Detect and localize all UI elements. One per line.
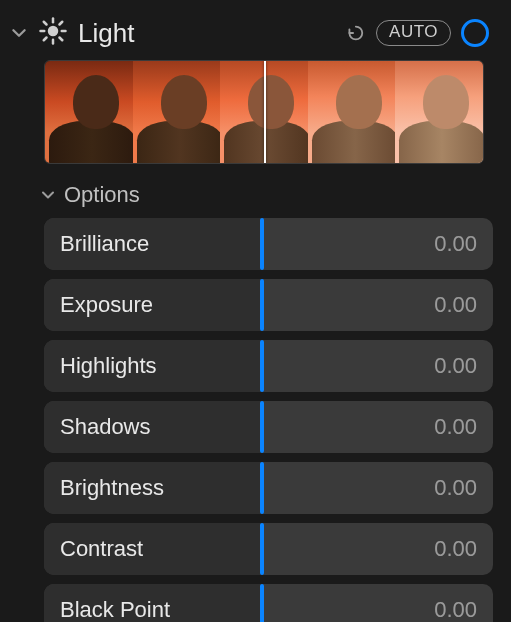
slider-handle[interactable]: [260, 462, 264, 514]
chevron-down-icon: [10, 24, 28, 42]
preview-thumb: [395, 61, 483, 163]
preview-thumb: [220, 61, 308, 163]
chevron-down-icon: [40, 187, 56, 203]
undo-arrow-icon: [342, 22, 366, 44]
slider-list: Brilliance0.00Exposure0.00Highlights0.00…: [10, 218, 493, 622]
svg-point-0: [48, 26, 59, 37]
slider-handle[interactable]: [260, 401, 264, 453]
slider-value: 0.00: [434, 231, 477, 257]
slider-track-fill: [44, 462, 262, 514]
svg-line-5: [44, 22, 47, 25]
slider-track-fill: [44, 401, 262, 453]
light-collapse-toggle[interactable]: [10, 24, 28, 42]
svg-line-8: [60, 22, 63, 25]
slider-track-fill: [44, 340, 262, 392]
slider-highlights[interactable]: Highlights0.00: [44, 340, 493, 392]
slider-brightness[interactable]: Brightness0.00: [44, 462, 493, 514]
slider-value: 0.00: [434, 597, 477, 622]
slider-value: 0.00: [434, 353, 477, 379]
slider-handle[interactable]: [260, 218, 264, 270]
light-icon: [38, 16, 68, 50]
preview-thumb: [45, 61, 133, 163]
slider-handle[interactable]: [260, 279, 264, 331]
slider-handle[interactable]: [260, 523, 264, 575]
slider-track-fill: [44, 523, 262, 575]
slider-value: 0.00: [434, 475, 477, 501]
panel-title: Light: [78, 18, 134, 49]
slider-brilliance[interactable]: Brilliance0.00: [44, 218, 493, 270]
slider-value: 0.00: [434, 536, 477, 562]
reset-button[interactable]: [342, 22, 366, 44]
enable-toggle[interactable]: [461, 19, 489, 47]
slider-value: 0.00: [434, 414, 477, 440]
slider-track-fill: [44, 279, 262, 331]
slider-contrast[interactable]: Contrast0.00: [44, 523, 493, 575]
slider-value: 0.00: [434, 292, 477, 318]
auto-button[interactable]: AUTO: [376, 20, 451, 46]
slider-shadows[interactable]: Shadows0.00: [44, 401, 493, 453]
light-preview-strip[interactable]: [44, 60, 484, 164]
options-collapse-toggle[interactable]: [40, 187, 56, 203]
slider-handle[interactable]: [260, 584, 264, 622]
slider-track-fill: [44, 584, 262, 622]
slider-handle[interactable]: [260, 340, 264, 392]
options-label: Options: [64, 182, 140, 208]
slider-black-point[interactable]: Black Point0.00: [44, 584, 493, 622]
preview-thumb: [308, 61, 396, 163]
svg-line-7: [44, 38, 47, 41]
preview-thumb: [133, 61, 221, 163]
slider-exposure[interactable]: Exposure0.00: [44, 279, 493, 331]
slider-track-fill: [44, 218, 262, 270]
svg-line-6: [60, 38, 63, 41]
